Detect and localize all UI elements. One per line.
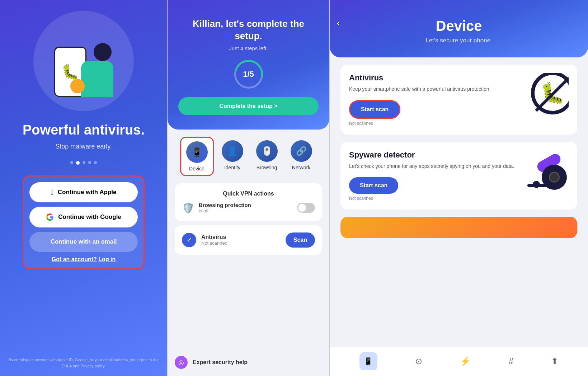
spyware-start-scan-button[interactable]: Start scan [349,177,398,194]
continue-with-google-button[interactable]: Continue with Google [29,207,138,227]
nav-shield-icon: ⚡ [460,356,471,366]
nav-hashtag-icon: # [509,356,513,366]
spyware-feature-title: Spyware detector [349,150,515,160]
footer-legal-text: By creating an account with Apple ID, Go… [0,357,167,376]
antivirus-card: ✓ Antivirus Not scanned Scan [175,225,322,255]
scan-button[interactable]: Scan [286,232,315,248]
nav-home[interactable]: 📱 [359,352,377,370]
continue-with-apple-button[interactable]:  Continue with Apple [29,182,138,202]
nav-hashtag[interactable]: # [509,356,513,366]
person-body [81,61,113,97]
spyware-visual [522,150,569,193]
network-tab-label: Network [292,165,310,170]
login-prompt: Got an account? Log in [29,256,138,263]
antivirus-visual: 🐛 [518,73,569,116]
bug-icon: 🐛 [61,64,79,80]
nav-share[interactable]: ⬆ [551,356,558,366]
nav-share-icon: ⬆ [551,356,558,366]
back-arrow-icon[interactable]: ‹ [337,18,340,28]
nav-shield[interactable]: ⚡ [460,356,471,366]
login-prompt-text: Got an account? [52,256,97,262]
partial-card [340,217,577,238]
screen-1-login: 🐛 Powerful antivirus. Stop malware early… [0,0,167,376]
expert-label: Expert security help [193,359,248,366]
feature-tabs: 📱 Device 👤 Identity 🖱️ Browsing 🔗 Networ… [168,130,329,180]
antivirus-feature-title: Antivirus [349,73,511,83]
device-title: Device [436,18,482,34]
antivirus-info: Antivirus Not scanned [201,234,281,246]
antivirus-status: Not scanned [201,240,281,246]
spyware-feature-desc: Let's check your phone for any apps secr… [349,163,515,170]
screen-2-setup: Killian, let's complete the setup. Just … [167,0,330,376]
antivirus-feature-info: Antivirus Keep your smartphone safe with… [349,73,511,126]
vpn-row: 🛡️ Browsing protection is off [182,202,315,214]
antivirus-feature-card: Antivirus Keep your smartphone safe with… [340,65,577,135]
identity-tab-icon: 👤 [222,140,243,162]
dot-4 [88,161,91,164]
tab-device[interactable]: 📱 Device [180,137,214,176]
vpn-toggle[interactable] [297,203,315,213]
vpn-feature-title: Browsing protection [199,202,293,208]
antivirus-feature-desc: Keep your smartphone safe with a powerfu… [349,85,511,93]
progress-circle: 1/5 [234,60,263,89]
illustration-area: 🐛 [0,0,167,122]
progress-text: 1/5 [243,70,254,79]
bottom-navigation: 📱 ⊙ ⚡ # ⬆ [330,346,588,376]
camera-lens [549,172,560,183]
feature-cards-area: Quick VPN actions 🛡️ Browsing protection… [168,180,329,352]
screen1-title: Powerful antivirus. [23,122,145,138]
device-subtitle: Let's secure your phone. [425,37,492,44]
screen-3-device: ‹ Device Let's secure your phone. Antivi… [330,0,588,376]
nav-scan[interactable]: ⊙ [415,356,422,366]
spyware-feature-card: Spyware detector Let's check your phone … [340,142,577,210]
apple-button-label: Continue with Apple [58,189,117,196]
dot-3 [83,161,85,164]
device-tab-icon: 📱 [186,141,208,163]
device-header: ‹ Device Let's secure your phone. [330,0,588,57]
device-tab-label: Device [189,166,204,171]
network-tab-icon: 🔗 [291,140,312,162]
screen1-content: Powerful antivirus. Stop malware early. … [12,122,155,357]
tab-browsing[interactable]: 🖱️ Browsing [251,137,283,176]
google-icon [46,213,54,221]
apple-icon:  [51,189,53,196]
dot-1 [70,161,73,164]
antivirus-check-icon: ✓ [182,233,196,247]
camera-body [527,184,549,187]
screen1-subtitle: Stop malware early. [55,143,112,150]
orange-ball [70,79,85,93]
expert-icon: ◎ [175,356,188,369]
vpn-card: Quick VPN actions 🛡️ Browsing protection… [175,183,322,221]
dot-5 [94,161,97,164]
tab-network[interactable]: 🔗 Network [286,137,317,176]
vpn-shield-icon: 🛡️ [182,202,194,214]
antivirus-scan-status: Not scanned [349,121,511,126]
no-circle-icon: 🐛 [531,73,569,114]
vpn-section-title: Quick VPN actions [182,191,315,197]
complete-setup-button[interactable]: Complete the setup > [178,97,319,115]
expert-help-row: ◎ Expert security help [168,352,329,376]
antivirus-title: Antivirus [201,234,281,240]
nav-scan-icon: ⊙ [415,356,422,366]
vpn-info: Browsing protection is off [199,202,293,213]
login-link[interactable]: Log in [98,256,116,262]
pagination-dots [70,161,97,165]
setup-subtitle: Just 4 steps left. [178,45,319,51]
device-cards-area: Antivirus Keep your smartphone safe with… [330,57,588,346]
auth-options-box:  Continue with Apple Continue with Goog… [23,175,145,269]
email-button-label: Continue with an email [50,238,117,245]
vpn-feature-status: is off [199,208,293,213]
continue-with-email-button[interactable]: Continue with an email [29,232,138,252]
browsing-tab-icon: 🖱️ [256,140,278,162]
spyware-scan-status: Not scanned [349,196,515,201]
antivirus-start-scan-button[interactable]: Start scan [349,100,400,119]
nav-home-thumbnail: 📱 [359,352,377,370]
tab-identity[interactable]: 👤 Identity [217,137,248,176]
identity-tab-label: Identity [224,165,240,170]
dot-2 [76,161,80,165]
setup-header: Killian, let's complete the setup. Just … [168,0,329,130]
spyware-feature-info: Spyware detector Let's check your phone … [349,150,515,201]
browsing-tab-label: Browsing [257,165,277,170]
google-button-label: Continue with Google [58,213,121,221]
setup-title: Killian, let's complete the setup. [178,18,319,42]
